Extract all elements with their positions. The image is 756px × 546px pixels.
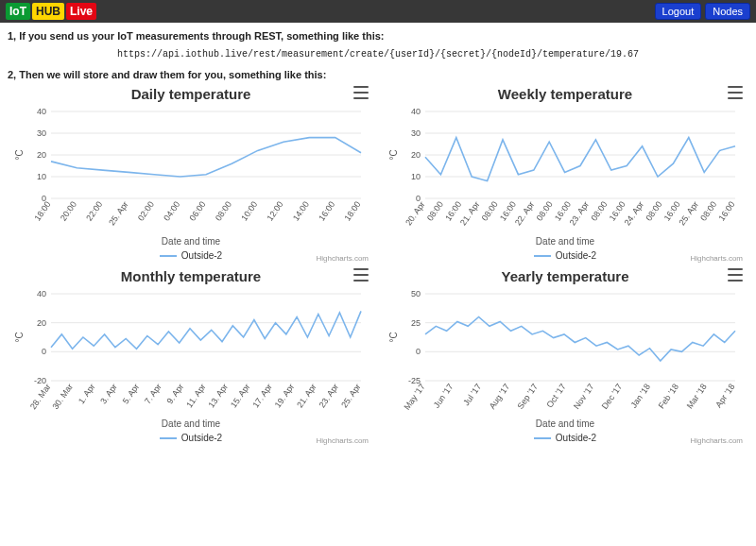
chart-menu-icon[interactable] xyxy=(353,86,369,99)
chart-menu-icon[interactable] xyxy=(728,268,743,282)
svg-text:10: 10 xyxy=(37,172,46,181)
svg-text:Jan '18: Jan '18 xyxy=(628,382,652,409)
svg-text:21. Apr: 21. Apr xyxy=(295,382,318,409)
chart-menu-icon[interactable] xyxy=(353,268,369,282)
svg-text:20:00: 20:00 xyxy=(59,199,78,222)
svg-text:11. Apr: 11. Apr xyxy=(184,382,208,409)
logo-live: Live xyxy=(66,3,96,20)
svg-text:9. Apr: 9. Apr xyxy=(165,382,186,405)
svg-text:Jul '17: Jul '17 xyxy=(461,382,483,407)
logo[interactable]: IoT HUB Live xyxy=(6,3,96,20)
svg-text:20: 20 xyxy=(37,150,46,160)
svg-text:16:00: 16:00 xyxy=(717,199,737,222)
legend-series-name: Outside-2 xyxy=(181,433,222,443)
svg-text:04:00: 04:00 xyxy=(162,199,181,222)
legend-swatch xyxy=(160,437,177,439)
chart-credits[interactable]: Highcharts.com xyxy=(316,436,369,445)
svg-text:06:00: 06:00 xyxy=(188,199,208,222)
svg-text:Jun '17: Jun '17 xyxy=(432,382,455,409)
svg-text:40: 40 xyxy=(411,107,421,116)
svg-text:25. Apr: 25. Apr xyxy=(677,199,700,227)
svg-text:1. Apr: 1. Apr xyxy=(77,382,97,405)
chart-menu-icon[interactable] xyxy=(728,86,743,99)
svg-text:°C: °C xyxy=(14,149,25,160)
legend-swatch xyxy=(534,437,551,439)
svg-text:13. Apr: 13. Apr xyxy=(206,382,230,409)
svg-text:19. Apr: 19. Apr xyxy=(273,382,297,409)
svg-text:08:00: 08:00 xyxy=(644,199,663,222)
legend-swatch xyxy=(534,255,551,257)
page-content: 1, If you send us your IoT measurements … xyxy=(0,23,756,445)
svg-text:10: 10 xyxy=(411,172,421,181)
svg-text:°C: °C xyxy=(388,149,399,160)
svg-text:15. Apr: 15. Apr xyxy=(229,382,252,409)
svg-text:22. Apr: 22. Apr xyxy=(513,199,537,227)
svg-text:Apr '18: Apr '18 xyxy=(713,382,736,409)
svg-text:0: 0 xyxy=(42,347,46,356)
svg-text:14:00: 14:00 xyxy=(291,199,311,222)
nodes-button[interactable]: Nodes xyxy=(705,3,750,20)
chart-credits[interactable]: Highcharts.com xyxy=(690,436,743,445)
svg-text:50: 50 xyxy=(411,289,421,299)
chart-plot: -200204028. Mar30. Mar1. Apr3. Apr5. Apr… xyxy=(8,288,374,420)
chart-title: Yearly temperature xyxy=(382,268,748,284)
chart-credits[interactable]: Highcharts.com xyxy=(316,254,369,263)
svg-text:10:00: 10:00 xyxy=(239,199,259,222)
svg-text:21. Apr: 21. Apr xyxy=(458,199,482,227)
svg-text:18:00: 18:00 xyxy=(343,199,363,222)
api-url-example: https://api.iothub.live/rest/measurement… xyxy=(8,49,748,60)
legend-series-name: Outside-2 xyxy=(556,250,596,261)
svg-text:°C: °C xyxy=(14,332,25,342)
svg-text:24. Apr: 24. Apr xyxy=(623,199,646,227)
charts-grid: Daily temperature01020304018:0020:0022:0… xyxy=(8,84,748,445)
svg-text:02:00: 02:00 xyxy=(136,199,156,222)
top-bar: IoT HUB Live Logout Nodes xyxy=(0,0,756,23)
svg-text:Feb '18: Feb '18 xyxy=(657,382,680,410)
chart-plot: 01020304018:0020:0022:0025. Apr02:0004:0… xyxy=(8,106,374,238)
svg-text:30. Mar: 30. Mar xyxy=(50,382,75,411)
chart-plot: -2502550May '17Jun '17Jul '17Aug '17Sep … xyxy=(382,288,748,420)
intro-line-2: 2, Then we will store and draw them for … xyxy=(8,69,748,80)
svg-text:7. Apr: 7. Apr xyxy=(143,382,163,405)
chart-title: Daily temperature xyxy=(8,86,374,102)
chart-plot: 01020304020. Apr08:0016:0021. Apr08:0016… xyxy=(382,106,748,238)
svg-text:°C: °C xyxy=(388,332,399,342)
svg-text:Sep '17: Sep '17 xyxy=(515,382,540,411)
svg-text:08:00: 08:00 xyxy=(698,199,718,222)
chart-weekly: Weekly temperature01020304020. Apr08:001… xyxy=(382,84,748,263)
svg-text:5. Apr: 5. Apr xyxy=(121,382,142,405)
svg-text:30: 30 xyxy=(411,128,421,138)
svg-text:23. Apr: 23. Apr xyxy=(568,199,592,227)
svg-text:23. Apr: 23. Apr xyxy=(318,382,341,409)
chart-daily: Daily temperature01020304018:0020:0022:0… xyxy=(8,84,374,263)
svg-text:28. Mar: 28. Mar xyxy=(28,382,53,411)
svg-text:Aug '17: Aug '17 xyxy=(488,382,512,411)
logo-iot: IoT xyxy=(6,3,30,20)
svg-text:20: 20 xyxy=(411,150,421,160)
svg-text:08:00: 08:00 xyxy=(425,199,445,222)
svg-text:30: 30 xyxy=(37,128,46,138)
legend-swatch xyxy=(160,255,177,257)
svg-text:20: 20 xyxy=(37,318,46,328)
chart-title: Weekly temperature xyxy=(382,86,748,102)
chart-monthly: Monthly temperature-200204028. Mar30. Ma… xyxy=(8,266,374,445)
legend-series-name: Outside-2 xyxy=(556,433,596,443)
svg-text:17. Apr: 17. Apr xyxy=(250,382,274,409)
svg-text:16:00: 16:00 xyxy=(317,199,336,222)
legend-series-name: Outside-2 xyxy=(181,250,222,261)
chart-title: Monthly temperature xyxy=(8,268,374,284)
logo-hub: HUB xyxy=(32,3,64,20)
svg-text:Mar '18: Mar '18 xyxy=(685,382,709,410)
svg-text:08:00: 08:00 xyxy=(589,199,609,222)
intro-line-1: 1, If you send us your IoT measurements … xyxy=(8,30,748,42)
svg-text:40: 40 xyxy=(37,289,46,299)
svg-text:20. Apr: 20. Apr xyxy=(404,199,427,227)
chart-credits[interactable]: Highcharts.com xyxy=(690,254,743,263)
nav-buttons: Logout Nodes xyxy=(655,3,750,20)
svg-text:Oct '17: Oct '17 xyxy=(544,382,567,409)
svg-text:08:00: 08:00 xyxy=(535,199,555,222)
svg-text:08:00: 08:00 xyxy=(214,199,233,222)
logout-button[interactable]: Logout xyxy=(655,3,702,20)
svg-text:Dec '17: Dec '17 xyxy=(600,382,625,411)
svg-text:22:00: 22:00 xyxy=(84,199,104,222)
